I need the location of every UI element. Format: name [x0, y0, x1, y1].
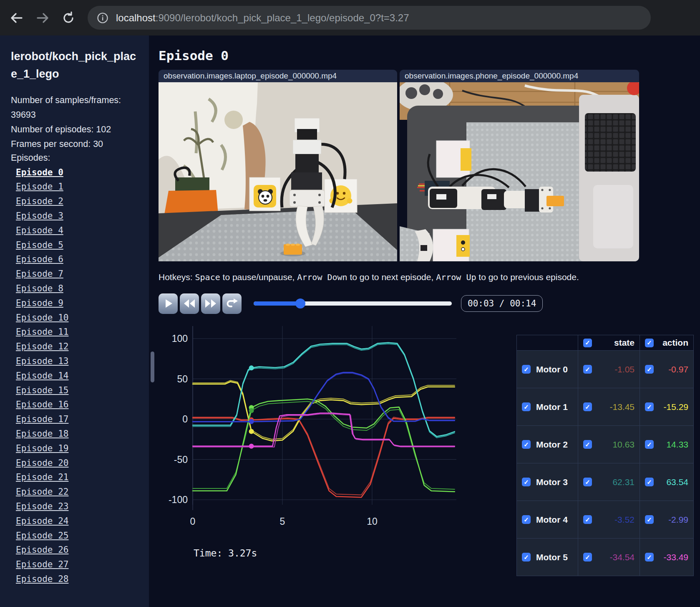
motor-label: Motor 5 [536, 552, 568, 562]
lego-brick [284, 244, 302, 255]
episode-link[interactable]: Episode 3 [16, 211, 63, 221]
chart-series [193, 382, 455, 441]
state-value-checkbox[interactable]: ✓ [583, 515, 592, 524]
action-value-checkbox[interactable]: ✓ [645, 365, 654, 374]
episode-list-item: Episode 22 [16, 485, 138, 500]
motor-row-checkbox[interactable]: ✓ [522, 478, 531, 486]
state-value: -34.54 [609, 552, 635, 562]
episode-list-item: Episode 15 [16, 384, 138, 398]
chart-series [193, 380, 455, 439]
browser-forward-button[interactable] [33, 9, 52, 27]
motor-label: Motor 0 [536, 364, 568, 374]
action-value-checkbox[interactable]: ✓ [645, 515, 654, 524]
browser-reload-button[interactable] [59, 9, 78, 27]
fast-forward-button[interactable] [201, 293, 220, 314]
episode-link[interactable]: Episode 6 [16, 254, 63, 264]
state-column-checkbox[interactable]: ✓ [583, 339, 592, 347]
episode-list-item: Episode 16 [16, 398, 138, 412]
info-icon[interactable] [97, 12, 108, 24]
episode-link[interactable]: Episode 8 [16, 283, 63, 293]
action-value: -0.97 [668, 364, 688, 374]
episode-list-item: Episode 2 [16, 195, 138, 209]
svg-text:-100: -100 [169, 494, 188, 505]
fast-forward-icon [204, 298, 217, 309]
episode-link[interactable]: Episode 15 [16, 385, 68, 395]
episode-link[interactable]: Episode 27 [16, 559, 68, 569]
action-column-checkbox[interactable]: ✓ [645, 339, 654, 347]
episode-link[interactable]: Episode 5 [16, 240, 63, 250]
motor-row-checkbox[interactable]: ✓ [522, 402, 531, 411]
action-value-checkbox[interactable]: ✓ [645, 402, 654, 411]
seek-slider-thumb[interactable] [295, 298, 305, 309]
episode-link[interactable]: Episode 22 [16, 487, 68, 497]
episode-link[interactable]: Episode 20 [16, 458, 68, 468]
browser-back-button[interactable] [8, 9, 26, 27]
lego-brick-top [546, 196, 564, 206]
action-value-checkbox[interactable]: ✓ [645, 553, 654, 561]
episode-link[interactable]: Episode 14 [16, 371, 68, 381]
sidebar: lerobot/koch_pick_place_1_lego Number of… [0, 35, 149, 607]
video-phone[interactable] [400, 82, 639, 261]
url-text: localhost:9090/lerobot/koch_pick_place_1… [116, 12, 409, 24]
state-value-checkbox[interactable]: ✓ [583, 402, 592, 411]
episode-link[interactable]: Episode 11 [16, 327, 68, 337]
page-title: Episode 0 [159, 48, 700, 63]
state-value: -3.52 [614, 515, 635, 525]
episode-link[interactable]: Episode 2 [16, 196, 63, 206]
motor-row-checkbox[interactable]: ✓ [522, 515, 531, 524]
hotkeys-text: Hotkeys: Space to pause/unpause, Arrow D… [159, 272, 700, 282]
state-value-checkbox[interactable]: ✓ [583, 553, 592, 561]
episode-link[interactable]: Episode 7 [16, 269, 63, 279]
episode-link[interactable]: Episode 17 [16, 414, 68, 424]
video-panel-phone: observation.images.phone_episode_000000.… [400, 70, 639, 261]
state-value-checkbox[interactable]: ✓ [583, 365, 592, 374]
rewind-button[interactable] [180, 293, 199, 314]
laptop-trackpad [593, 185, 633, 248]
seek-slider[interactable] [254, 301, 452, 306]
loop-button[interactable] [222, 293, 242, 314]
episode-link[interactable]: Episode 9 [16, 298, 63, 308]
state-value: -1.05 [614, 364, 635, 374]
episode-link[interactable]: Episode 1 [16, 182, 63, 192]
episode-link[interactable]: Episode 19 [16, 443, 68, 453]
episode-link[interactable]: Episode 16 [16, 400, 68, 410]
episode-list-item: Episode 18 [16, 427, 138, 442]
action-value-checkbox[interactable]: ✓ [645, 478, 654, 486]
episode-list-item: Episode 9 [16, 296, 138, 311]
motor-row-checkbox[interactable]: ✓ [522, 440, 531, 449]
episode-link[interactable]: Episode 13 [16, 356, 68, 366]
episode-link[interactable]: Episode 12 [16, 341, 68, 352]
motor-row: ✓Motor 4✓-3.52✓-2.99 [517, 501, 694, 539]
scrollbar-thumb[interactable] [151, 352, 154, 382]
episode-link[interactable]: Episode 24 [16, 516, 68, 526]
episode-link[interactable]: Episode 28 [16, 574, 68, 584]
motor-row-checkbox[interactable]: ✓ [522, 553, 531, 561]
svg-text:0: 0 [182, 414, 188, 425]
motor-row-checkbox[interactable]: ✓ [522, 365, 531, 374]
episode-link[interactable]: Episode 10 [16, 313, 68, 323]
hotkey-key: Arrow Down [297, 272, 347, 282]
action-value: 63.54 [666, 477, 688, 487]
episode-link[interactable]: Episode 25 [16, 531, 68, 541]
cursor-marker [249, 419, 254, 424]
episode-link[interactable]: Episode 21 [16, 472, 68, 482]
hotkey-text-segment: Hotkeys: [159, 272, 195, 282]
motor-row: ✓Motor 5✓-34.54✓-33.49 [517, 539, 694, 576]
episode-list: Episode 0Episode 1Episode 2Episode 3Epis… [11, 166, 138, 587]
play-button[interactable] [159, 293, 178, 314]
state-value-checkbox[interactable]: ✓ [583, 478, 592, 486]
episode-link[interactable]: Episode 26 [16, 545, 68, 555]
episode-link[interactable]: Episode 0 [16, 167, 63, 177]
episode-link[interactable]: Episode 23 [16, 501, 68, 511]
chart-canvas[interactable]: 100500-50-1000510 [159, 315, 457, 540]
main-panel: Episode 0 observation.images.laptop_epis… [149, 35, 700, 607]
episode-link[interactable]: Episode 4 [16, 225, 63, 235]
url-bar[interactable]: localhost:9090/lerobot/koch_pick_place_1… [88, 6, 651, 30]
video-caption-phone: observation.images.phone_episode_000000.… [400, 70, 639, 82]
state-value-checkbox[interactable]: ✓ [583, 440, 592, 449]
cursor-marker [249, 429, 254, 434]
video-laptop[interactable] [159, 82, 397, 261]
episode-link[interactable]: Episode 18 [16, 429, 68, 439]
action-value-checkbox[interactable]: ✓ [645, 440, 654, 449]
chart-container: 100500-50-1000510 Time: 3.27s [159, 315, 467, 559]
